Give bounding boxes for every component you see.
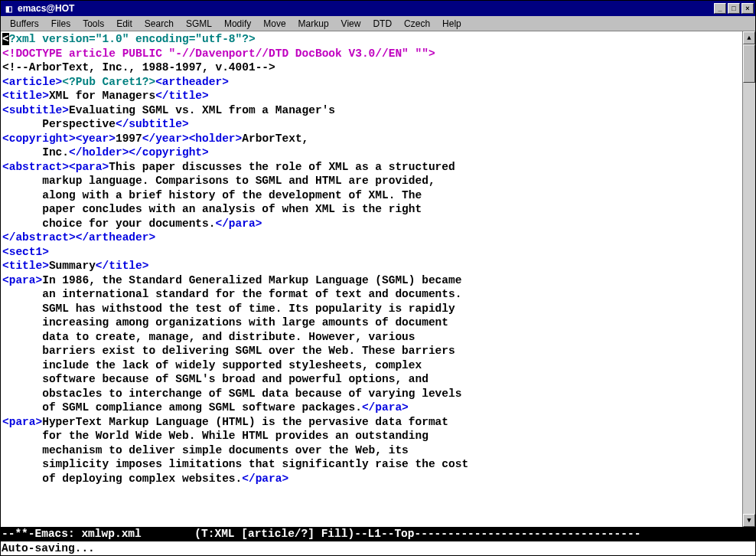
menu-markup[interactable]: Markup xyxy=(292,17,335,31)
code-token[interactable]: This paper discusses the role of XML as … xyxy=(109,161,455,173)
code-token[interactable]: Inc. xyxy=(2,146,69,159)
code-token[interactable]: </title> xyxy=(155,90,209,102)
menu-move[interactable]: Move xyxy=(257,17,292,31)
code-token[interactable]: ?xml version="1.0" encoding="utf-8"?> xyxy=(9,33,256,45)
editor-line[interactable]: <para>In 1986, the Standard Generalized … xyxy=(2,273,741,288)
code-token[interactable]: <para> xyxy=(2,274,42,286)
code-token[interactable]: ArborText, xyxy=(242,132,308,145)
menu-buffers[interactable]: Buffers xyxy=(4,17,45,31)
editor-line[interactable]: increasing among organizations with larg… xyxy=(2,316,741,330)
scroll-down-arrow-icon[interactable]: ▼ xyxy=(743,514,755,527)
editor-line[interactable]: <abstract><para>This paper discusses the… xyxy=(2,160,741,175)
editor-line[interactable]: <sect1> xyxy=(2,245,741,260)
editor-line[interactable]: obstacles to interchange of SGML data be… xyxy=(2,387,741,401)
minimize-button[interactable]: _ xyxy=(714,3,726,14)
editor-line[interactable]: Inc.</holder></copyright> xyxy=(2,146,741,160)
menu-edit[interactable]: Edit xyxy=(110,17,138,31)
editor-line[interactable]: <!DOCTYPE article PUBLIC "-//Davenport//… xyxy=(2,47,741,61)
code-token[interactable]: <sect1> xyxy=(2,246,49,258)
system-icon[interactable]: ◧ xyxy=(2,2,15,15)
code-token[interactable]: obstacles to interchange of SGML data be… xyxy=(2,388,461,400)
code-token[interactable]: <title> xyxy=(2,90,49,102)
code-token[interactable]: In 1986, the Standard Generalized Markup… xyxy=(42,274,461,286)
editor-line[interactable]: <title>Summary</title> xyxy=(2,259,741,273)
code-token[interactable]: <subtitle> xyxy=(2,104,69,116)
editor-line[interactable]: <!--ArborText, Inc., 1988-1997, v.4001--… xyxy=(2,61,741,75)
scroll-thumb[interactable] xyxy=(743,44,755,83)
code-token[interactable]: </para> xyxy=(242,473,288,485)
editor-line[interactable]: markup language. Comparisons to SGML and… xyxy=(2,174,741,188)
code-token[interactable]: </para> xyxy=(215,217,262,230)
editor-line[interactable]: include the lack of widely supported sty… xyxy=(2,358,741,373)
code-token[interactable]: <?Pub Caret1?> xyxy=(62,76,155,88)
editor-line[interactable]: along with a brief history of the develo… xyxy=(2,188,741,203)
code-token[interactable]: </holder></copyright> xyxy=(69,146,209,159)
menu-search[interactable]: Search xyxy=(138,17,180,31)
code-token[interactable]: of deploying complex websites. xyxy=(2,473,242,485)
code-token[interactable]: <abstract><para> xyxy=(2,161,109,173)
code-token[interactable]: for the World Wide Web. While HTML provi… xyxy=(2,430,429,442)
menu-files[interactable]: Files xyxy=(45,17,77,31)
code-token[interactable]: <!--ArborText, Inc., 1988-1997, v.4001--… xyxy=(2,61,275,74)
code-token[interactable]: choice for your documents. xyxy=(2,217,215,230)
maximize-button[interactable]: □ xyxy=(728,3,740,14)
editor-line[interactable]: barriers exist to delivering SGML over t… xyxy=(2,344,741,358)
editor-line[interactable]: for the World Wide Web. While HTML provi… xyxy=(2,429,741,443)
editor-line[interactable]: <copyright><year>1997</year><holder>Arbo… xyxy=(2,132,741,146)
menu-dtd[interactable]: DTD xyxy=(367,17,398,31)
editor-line[interactable]: Perspective</subtitle> xyxy=(2,117,741,132)
code-token[interactable]: Summary xyxy=(49,260,96,272)
editor-line[interactable]: mechanism to deliver simple documents ov… xyxy=(2,443,741,458)
editor-line[interactable]: paper concludes with an analysis of when… xyxy=(2,202,741,217)
menu-help[interactable]: Help xyxy=(436,17,468,31)
code-token[interactable]: mechanism to deliver simple documents ov… xyxy=(2,444,409,456)
editor-line[interactable]: <article><?Pub Caret1?><artheader> xyxy=(2,75,741,90)
code-token[interactable]: <copyright><year> xyxy=(2,132,116,145)
code-token[interactable]: simplicity imposes limitations that sign… xyxy=(2,458,468,470)
menu-modify[interactable]: Modify xyxy=(218,17,257,31)
editor-line[interactable]: <title>XML for Managers</title> xyxy=(2,89,741,103)
code-token[interactable]: Perspective xyxy=(2,118,116,130)
menu-tools[interactable]: Tools xyxy=(77,17,110,31)
close-button[interactable]: × xyxy=(741,3,754,14)
editor-line[interactable]: data to create, manage, and distribute. … xyxy=(2,330,741,345)
code-token[interactable]: <title> xyxy=(2,260,49,272)
editor-line[interactable]: choice for your documents.</para> xyxy=(2,217,741,231)
scroll-track[interactable] xyxy=(743,44,755,514)
editor-line[interactable]: <subtitle>Evaluating SGML vs. XML from a… xyxy=(2,103,741,118)
scroll-up-arrow-icon[interactable]: ▲ xyxy=(743,31,755,44)
editor-line[interactable]: of SGML compliance among SGML software p… xyxy=(2,401,741,415)
editor-line[interactable]: SGML has withstood the test of time. Its… xyxy=(2,302,741,316)
editor-line[interactable]: of deploying complex websites.</para> xyxy=(2,472,741,486)
code-token[interactable]: <artheader> xyxy=(155,76,229,88)
code-token[interactable]: of SGML compliance among SGML software p… xyxy=(2,401,362,414)
code-token[interactable]: </subtitle> xyxy=(116,118,189,130)
code-token[interactable]: XML for Managers xyxy=(49,90,155,102)
code-token[interactable]: <!DOCTYPE article PUBLIC "-//Davenport//… xyxy=(2,47,435,60)
code-token[interactable]: </abstract></artheader> xyxy=(2,231,155,244)
code-token[interactable]: software because of SGML's broad and pow… xyxy=(2,373,429,385)
editor-buffer[interactable]: <?xml version="1.0" encoding="utf-8"?><!… xyxy=(1,31,742,527)
code-token[interactable]: markup language. Comparisons to SGML and… xyxy=(2,175,435,187)
code-token[interactable]: HyperText Markup Language (HTML) is the … xyxy=(42,416,448,428)
code-token[interactable]: barriers exist to delivering SGML over t… xyxy=(2,345,455,357)
editor-line[interactable]: an international standard for the format… xyxy=(2,287,741,302)
menu-sgml[interactable]: SGML xyxy=(180,17,218,31)
editor-line[interactable]: software because of SGML's broad and pow… xyxy=(2,372,741,387)
code-token[interactable]: paper concludes with an analysis of when… xyxy=(2,203,422,215)
code-token[interactable]: 1997 xyxy=(116,132,142,145)
code-token[interactable]: Evaluating SGML vs. XML from a Manager's xyxy=(69,104,335,116)
code-token[interactable]: <article> xyxy=(2,76,62,88)
code-token[interactable]: </year><holder> xyxy=(142,132,243,145)
code-token[interactable]: an international standard for the format… xyxy=(2,288,461,300)
editor-line[interactable]: <?xml version="1.0" encoding="utf-8"?> xyxy=(2,32,741,47)
vertical-scrollbar[interactable]: ▲ ▼ xyxy=(742,31,755,527)
menu-view[interactable]: View xyxy=(335,17,367,31)
code-token[interactable]: < xyxy=(2,33,9,45)
code-token[interactable]: </title> xyxy=(96,260,149,272)
editor-line[interactable]: <para>HyperText Markup Language (HTML) i… xyxy=(2,415,741,430)
editor-line[interactable]: </abstract></artheader> xyxy=(2,231,741,245)
code-token[interactable]: along with a brief history of the develo… xyxy=(2,189,422,201)
code-token[interactable]: SGML has withstood the test of time. Its… xyxy=(2,303,455,315)
code-token[interactable]: <para> xyxy=(2,416,42,428)
